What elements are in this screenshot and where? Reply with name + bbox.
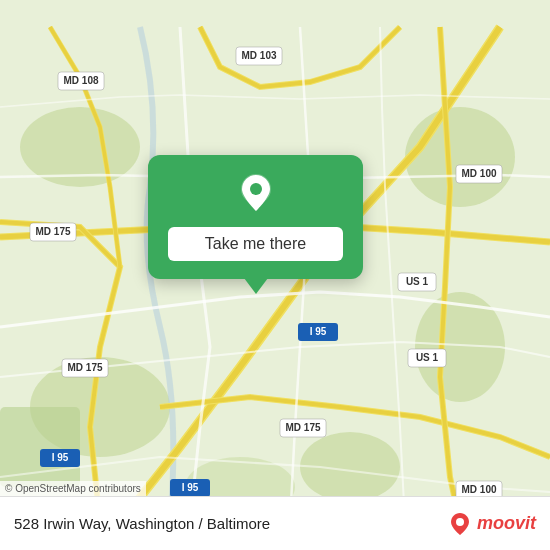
svg-point-36	[456, 518, 464, 526]
info-bar: 528 Irwin Way, Washington / Baltimore mo…	[0, 496, 550, 550]
moovit-pin-icon	[447, 511, 473, 537]
svg-text:MD 103: MD 103	[241, 50, 276, 61]
svg-point-35	[250, 183, 262, 195]
popup-tail	[244, 278, 268, 294]
svg-text:I 95: I 95	[310, 326, 327, 337]
svg-text:US 1: US 1	[406, 276, 429, 287]
svg-text:MD 175: MD 175	[285, 422, 320, 433]
popup-box: Take me there	[148, 155, 363, 279]
svg-point-2	[405, 107, 515, 207]
map-pin-icon	[234, 171, 278, 215]
address-text: 528 Irwin Way, Washington / Baltimore	[14, 515, 270, 532]
attribution-text: © OpenStreetMap contributors	[0, 481, 146, 496]
svg-text:US 1: US 1	[416, 352, 439, 363]
moovit-logo: moovit	[447, 511, 536, 537]
svg-text:MD 175: MD 175	[35, 226, 70, 237]
svg-text:I 95: I 95	[182, 482, 199, 493]
svg-text:MD 100: MD 100	[461, 168, 496, 179]
svg-text:MD 100: MD 100	[461, 484, 496, 495]
svg-text:MD 175: MD 175	[67, 362, 102, 373]
popup-card: Take me there	[148, 155, 363, 294]
moovit-brand-text: moovit	[477, 513, 536, 534]
svg-text:MD 108: MD 108	[63, 75, 98, 86]
map-container: MD 103 MD 108 MD 175 MD 175 MD 175 I 95 …	[0, 0, 550, 550]
svg-text:I 95: I 95	[52, 452, 69, 463]
take-me-there-button[interactable]: Take me there	[168, 227, 343, 261]
